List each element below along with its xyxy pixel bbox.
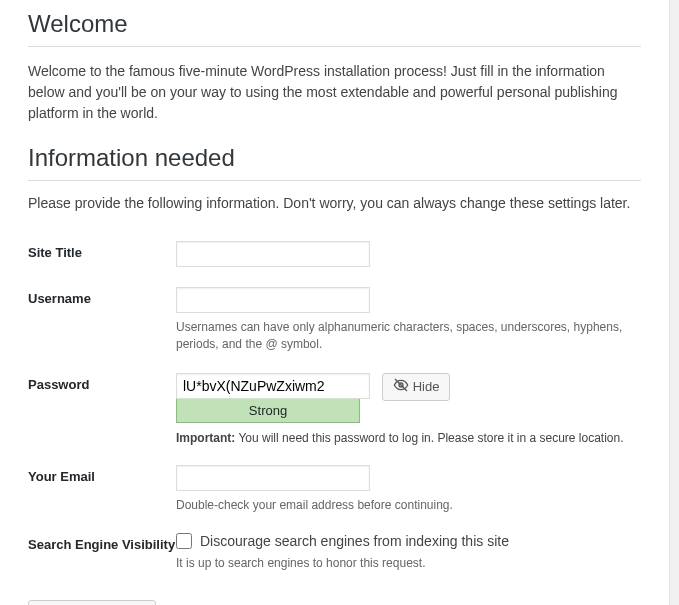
search-visibility-label: Search Engine Visibility — [28, 523, 176, 582]
email-label: Your Email — [28, 455, 176, 524]
password-input[interactable] — [176, 373, 370, 399]
search-visibility-hint: It is up to search engines to honor this… — [176, 555, 641, 572]
hide-password-button[interactable]: Hide — [382, 373, 451, 401]
password-strength-meter: Strong — [176, 399, 360, 423]
username-label: Username — [28, 277, 176, 363]
welcome-heading: Welcome — [28, 10, 641, 47]
info-needed-heading: Information needed — [28, 144, 641, 181]
password-label: Password — [28, 363, 176, 455]
password-note: Important: You will need this password t… — [176, 431, 641, 445]
email-hint: Double-check your email address before c… — [176, 497, 641, 514]
welcome-intro-text: Welcome to the famous five-minute WordPr… — [28, 61, 641, 124]
eye-slash-icon — [393, 377, 409, 396]
username-hint: Usernames can have only alphanumeric cha… — [176, 319, 641, 353]
install-wordpress-button[interactable]: Install WordPress — [28, 600, 156, 605]
search-visibility-checkbox-label: Discourage search engines from indexing … — [200, 533, 509, 549]
search-visibility-checkbox-wrap[interactable]: Discourage search engines from indexing … — [176, 533, 641, 549]
site-title-input[interactable] — [176, 241, 370, 267]
site-title-label: Site Title — [28, 231, 176, 277]
info-sub-text: Please provide the following information… — [28, 195, 641, 211]
email-input[interactable] — [176, 465, 370, 491]
hide-button-label: Hide — [413, 379, 440, 394]
search-visibility-checkbox[interactable] — [176, 533, 192, 549]
username-input[interactable] — [176, 287, 370, 313]
